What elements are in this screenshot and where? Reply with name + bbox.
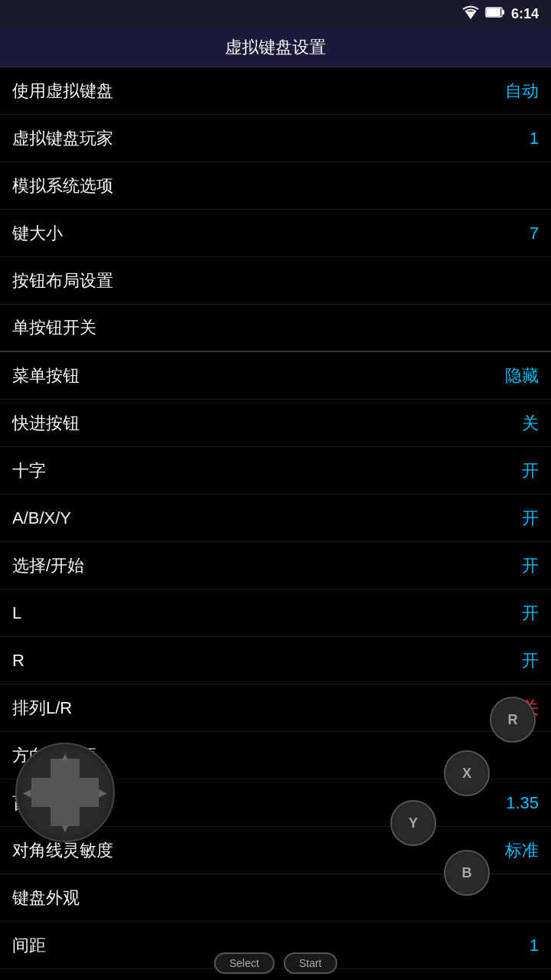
setting-label-single-button-toggle: 单按钮开关	[12, 316, 96, 339]
settings-list: 使用虚拟键盘自动虚拟键盘玩家1模拟系统选项键大小7按钮布局设置单按钮开关菜单按钮…	[0, 67, 551, 969]
setting-value-virtual-keyboard-player: 1	[508, 129, 539, 149]
setting-value-sort-lr: 关	[508, 697, 539, 720]
page-title: 虚拟键盘设置	[225, 36, 326, 59]
setting-label-sort-lr: 排列L/R	[12, 697, 72, 720]
setting-row-diagonal-sensitivity[interactable]: 对角线灵敏度标准	[0, 827, 551, 874]
setting-value-key-size: 7	[508, 224, 539, 243]
setting-row-key-size[interactable]: 键大小7	[0, 210, 551, 257]
setting-value-spacing: 1	[508, 936, 539, 956]
setting-row-dpad[interactable]: 十字开	[0, 447, 551, 495]
setting-row-menu-button[interactable]: 菜单按钮隐藏	[0, 352, 551, 400]
setting-row-use-virtual-keyboard[interactable]: 使用虚拟键盘自动	[0, 67, 551, 115]
setting-label-use-virtual-keyboard: 使用虚拟键盘	[12, 80, 113, 103]
setting-row-emulation-system-options[interactable]: 模拟系统选项	[0, 162, 551, 210]
setting-row-r-button[interactable]: R开	[0, 637, 551, 684]
setting-row-sort-lr[interactable]: 排列L/R关	[0, 684, 551, 732]
setting-value-menu-button: 隐藏	[505, 364, 539, 387]
setting-row-dpad-options[interactable]: 方向键选项	[0, 732, 551, 779]
setting-value-abxy: 开	[508, 507, 539, 530]
setting-label-r-button: R	[12, 651, 24, 671]
setting-label-l-button: L	[12, 603, 21, 623]
settings-content: 使用虚拟键盘自动虚拟键盘玩家1模拟系统选项键大小7按钮布局设置单按钮开关菜单按钮…	[0, 67, 551, 969]
setting-row-select-start[interactable]: 选择/开始开	[0, 542, 551, 590]
setting-label-dpad: 十字	[12, 459, 46, 482]
setting-value-l-button: 开	[508, 602, 539, 625]
battery-icon	[485, 7, 505, 21]
setting-value-fast-forward-button: 关	[508, 412, 539, 435]
setting-row-spacing[interactable]: 间距1	[0, 922, 551, 969]
setting-label-button-layout: 按钮布局设置	[12, 270, 113, 292]
title-bar: 虚拟键盘设置	[0, 28, 551, 67]
svg-marker-0	[465, 11, 476, 19]
status-bar: 6:14	[0, 0, 551, 28]
setting-label-fast-forward-button: 快进按钮	[12, 412, 80, 435]
setting-value-use-virtual-keyboard: 自动	[505, 80, 539, 103]
setting-label-virtual-keyboard-player: 虚拟键盘玩家	[12, 127, 113, 150]
setting-row-l-button[interactable]: L开	[0, 590, 551, 637]
setting-label-diagonal-sensitivity: 对角线灵敏度	[12, 839, 113, 862]
svg-rect-2	[502, 10, 504, 15]
setting-label-keyboard-appearance: 键盘外观	[12, 887, 80, 910]
setting-row-dead-zone[interactable]: 盲区1.35	[0, 779, 551, 827]
setting-row-virtual-keyboard-player[interactable]: 虚拟键盘玩家1	[0, 115, 551, 162]
setting-label-emulation-system-options: 模拟系统选项	[12, 175, 113, 198]
setting-value-dpad: 开	[508, 459, 539, 482]
setting-row-fast-forward-button[interactable]: 快进按钮关	[0, 400, 551, 447]
setting-value-diagonal-sensitivity: 标准	[505, 839, 539, 862]
setting-label-dead-zone: 盲区	[12, 792, 46, 815]
status-time: 6:14	[511, 6, 539, 22]
setting-label-dpad-options: 方向键选项	[12, 744, 96, 767]
setting-value-r-button: 开	[508, 649, 539, 672]
setting-value-dead-zone: 1.35	[506, 793, 539, 813]
setting-row-keyboard-appearance[interactable]: 键盘外观	[0, 874, 551, 922]
setting-label-select-start: 选择/开始	[12, 554, 84, 577]
setting-row-button-layout[interactable]: 按钮布局设置	[0, 257, 551, 305]
wifi-icon	[462, 5, 479, 22]
svg-rect-3	[487, 8, 500, 16]
setting-label-key-size: 键大小	[12, 222, 63, 245]
setting-label-menu-button: 菜单按钮	[12, 364, 80, 387]
setting-label-abxy: A/B/X/Y	[12, 508, 71, 528]
setting-row-single-button-toggle[interactable]: 单按钮开关	[0, 305, 551, 352]
setting-label-spacing: 间距	[12, 934, 46, 957]
setting-value-select-start: 开	[508, 554, 539, 577]
setting-row-abxy[interactable]: A/B/X/Y开	[0, 495, 551, 542]
